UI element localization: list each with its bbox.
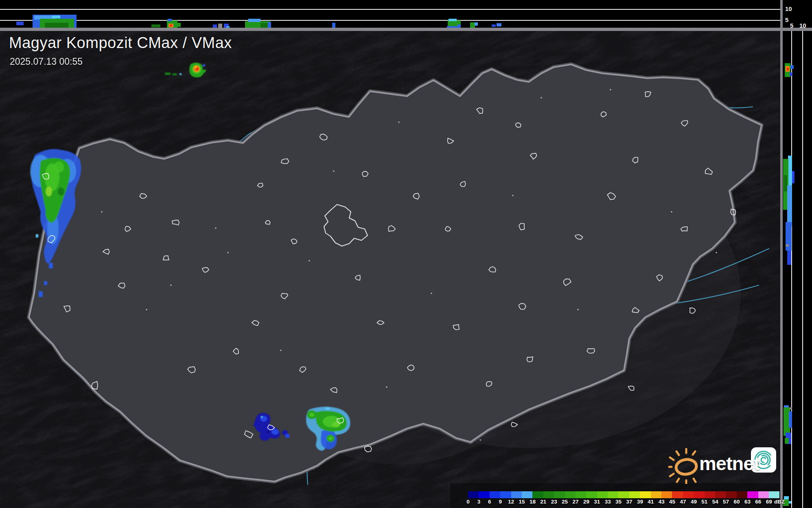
profile-echo bbox=[784, 175, 787, 191]
profile-echo bbox=[52, 15, 60, 18]
legend-color-cell bbox=[758, 491, 769, 498]
legend-color-cell bbox=[672, 491, 683, 498]
vertical-separator bbox=[780, 0, 783, 508]
horizontal-separator bbox=[0, 28, 812, 31]
legend-color-cell bbox=[522, 491, 532, 498]
town-dot bbox=[101, 211, 102, 212]
profile-echo bbox=[470, 22, 475, 28]
legend-color-cell bbox=[726, 491, 736, 498]
legend-tick-label: 33 bbox=[602, 499, 613, 505]
right-profile-panel bbox=[783, 31, 812, 508]
town-dot bbox=[280, 350, 281, 351]
profile-echo bbox=[788, 156, 792, 186]
legend-color-cell bbox=[769, 491, 779, 498]
legend-color-cell bbox=[597, 491, 608, 498]
profile-echo bbox=[789, 411, 792, 428]
page-title: Magyar Kompozit CMax / VMax bbox=[9, 34, 232, 52]
legend-tick-label: 37 bbox=[624, 499, 635, 505]
profile-echo bbox=[449, 19, 457, 21]
town-dot bbox=[716, 252, 717, 253]
legend-color-cell bbox=[747, 491, 758, 498]
metnet-logo: metnet bbox=[668, 445, 778, 484]
profile-corner-panel: 10 5 5 10 bbox=[783, 0, 812, 28]
legend-color-cell bbox=[511, 491, 522, 498]
legend-tick-label: 27 bbox=[570, 499, 581, 505]
profile-echo bbox=[177, 23, 181, 27]
legend-tick-label: 51 bbox=[699, 499, 710, 505]
legend-color-cell bbox=[543, 491, 554, 498]
legend-tick-label: 63 bbox=[742, 499, 753, 505]
legend-color-cell bbox=[629, 491, 640, 498]
profile-echo bbox=[787, 251, 791, 265]
dbz-unit-label: dBZ bbox=[774, 499, 785, 505]
legend-color-cell bbox=[705, 491, 715, 498]
legend-tick-label: 25 bbox=[560, 499, 570, 505]
legend-tick-label: 6 bbox=[484, 499, 495, 505]
legend-color-cell bbox=[490, 491, 500, 498]
profile-echo bbox=[248, 19, 260, 22]
legend-color-cell bbox=[576, 491, 586, 498]
profile-echo bbox=[218, 24, 222, 28]
legend-tick-label: 12 bbox=[506, 499, 517, 505]
timestamp: 2025.07.13 00:55 bbox=[10, 56, 83, 67]
legend-color-cell bbox=[468, 491, 479, 498]
legend-tick-label: 0 bbox=[463, 499, 473, 505]
legend-color-cell bbox=[651, 491, 661, 498]
legend-tick-label: 47 bbox=[678, 499, 688, 505]
legend-color-cell bbox=[683, 491, 694, 498]
town-dot bbox=[146, 309, 147, 310]
legend-tick-label: 3 bbox=[473, 499, 484, 505]
top-axis-label-5km: 5 bbox=[785, 17, 788, 23]
town-dot bbox=[170, 284, 171, 286]
profile-echo bbox=[268, 22, 271, 28]
legend-tick-label: 57 bbox=[721, 499, 731, 505]
radar-map bbox=[0, 31, 780, 508]
legend-tick-label: 18 bbox=[527, 499, 538, 505]
legend-tick-label: 9 bbox=[495, 499, 506, 505]
profile-echo bbox=[170, 24, 172, 26]
profile-echo bbox=[16, 22, 24, 25]
profile-echo bbox=[787, 68, 789, 70]
legend-color-cell bbox=[565, 491, 576, 498]
dbz-scale-labels: dBZ 036912151821232527293133353739414345… bbox=[468, 499, 798, 506]
profile-echo bbox=[213, 24, 217, 28]
legend-tick-label: 41 bbox=[646, 499, 656, 505]
legend-tick-label: 21 bbox=[538, 499, 549, 505]
legend-tick-label: 15 bbox=[517, 499, 527, 505]
top-axis-label-10km: 10 bbox=[785, 6, 792, 12]
town-dot bbox=[479, 439, 481, 440]
dbz-color-scale bbox=[468, 491, 779, 498]
map-svg bbox=[0, 31, 780, 508]
profile-echo bbox=[151, 24, 160, 27]
town-dot bbox=[215, 227, 216, 229]
town-dot bbox=[577, 309, 578, 310]
legend-tick-label: 43 bbox=[656, 499, 667, 505]
town-dot bbox=[309, 260, 310, 261]
legend-color-cell bbox=[500, 491, 511, 498]
legend-tick-label: 66 bbox=[753, 499, 764, 505]
town-dot bbox=[333, 170, 334, 172]
profile-echo bbox=[790, 407, 792, 409]
profile-echo bbox=[475, 22, 478, 26]
legend-color-cell bbox=[479, 491, 489, 498]
town-dot bbox=[512, 195, 513, 196]
profile-echo bbox=[332, 23, 335, 28]
radar-screenshot: 10 5 5 10 Magyar Kompozit CMax / VMax 20… bbox=[0, 0, 812, 508]
metnet-logo-text: metnet bbox=[699, 452, 759, 475]
legend-tick-label: 54 bbox=[710, 499, 720, 505]
profile-echo bbox=[168, 19, 172, 21]
profile-echo bbox=[497, 23, 501, 26]
town-dot bbox=[227, 252, 228, 253]
profile-echo bbox=[45, 23, 68, 28]
profile-echo bbox=[260, 23, 269, 28]
legend-color-cell bbox=[737, 491, 747, 498]
legend-color-cell bbox=[694, 491, 704, 498]
legend-color-cell bbox=[618, 491, 629, 498]
legend-color-cell bbox=[715, 491, 726, 498]
town-dot bbox=[671, 211, 672, 212]
legend-tick-label: 23 bbox=[549, 499, 559, 505]
legend-color-cell bbox=[532, 491, 543, 498]
legend-tick-label: 31 bbox=[592, 499, 602, 505]
town-dot bbox=[541, 97, 542, 98]
profile-echo bbox=[790, 65, 794, 69]
